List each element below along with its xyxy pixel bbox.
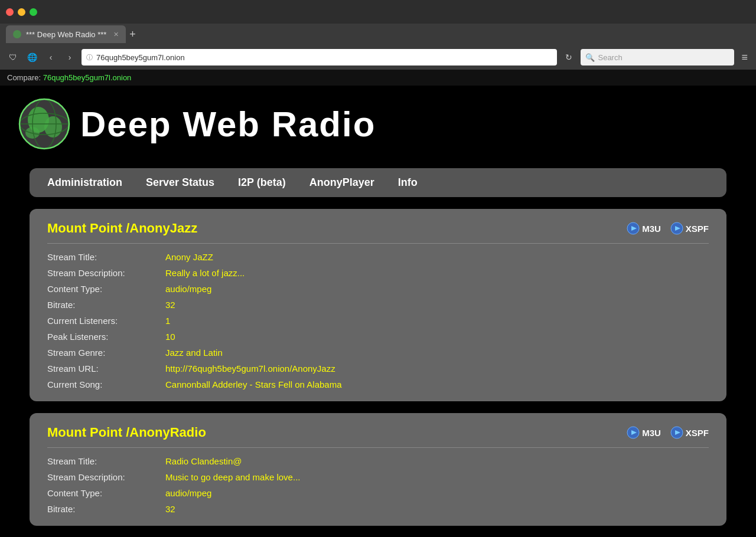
label-bitrate: Bitrate: (47, 300, 165, 310)
label-current-listeners: Current Listeners: (47, 316, 165, 326)
navigation-bar: Administration Server Status I2P (beta) … (30, 168, 726, 197)
nav-item-anony-player[interactable]: AnonyPlayer (309, 176, 374, 189)
value-stream-url[interactable]: http://76qugh5bey5gum7l.onion/AnonyJazz (165, 364, 709, 374)
address-text: 76qugh5bey5gum7l.onion (96, 53, 185, 62)
tab-bar: *** Deep Web Radio *** ✕ + (0, 24, 756, 45)
value-radio-stream-description: Music to go deep and make love... (165, 472, 709, 482)
forward-button[interactable]: › (63, 50, 77, 64)
window-close-button[interactable] (6, 8, 14, 16)
search-bar[interactable]: 🔍 Search (581, 49, 734, 66)
value-radio-content-type: audio/mpeg (165, 488, 709, 498)
info-grid-anony-jazz: Stream Title: Anony JaZZ Stream Descript… (47, 252, 709, 389)
site-logo (18, 97, 71, 150)
mount-card-anony-jazz: Mount Point /AnonyJazz M3U XSPF (30, 209, 726, 401)
nav-item-info[interactable]: Info (398, 176, 418, 189)
mount-divider-anony-radio (47, 447, 709, 448)
site-header: Deep Web Radio (0, 91, 756, 162)
browser-toolbar: 🛡 🌐 ‹ › ⓘ 76qugh5bey5gum7l.onion ↻ 🔍 Sea… (0, 45, 756, 70)
xspf-label-anony-radio: XSPF (686, 428, 709, 438)
label-stream-description: Stream Description: (47, 268, 165, 278)
label-peak-listeners: Peak Listeners: (47, 332, 165, 342)
mount-actions-anony-radio: M3U XSPF (627, 426, 709, 439)
browser-tab-active[interactable]: *** Deep Web Radio *** ✕ (6, 25, 126, 43)
address-bar[interactable]: ⓘ 76qugh5bey5gum7l.onion (82, 49, 557, 66)
label-radio-stream-description: Stream Description: (47, 472, 165, 482)
shield-icon: 🛡 (6, 50, 20, 64)
reload-button[interactable]: ↻ (562, 50, 576, 64)
m3u-button-anony-jazz[interactable]: M3U (627, 222, 661, 235)
globe-icon (18, 97, 71, 150)
label-content-type: Content Type: (47, 284, 165, 294)
search-icon: 🔍 (585, 53, 595, 62)
mount-header-anony-jazz: Mount Point /AnonyJazz M3U XSPF (47, 221, 709, 236)
info-grid-anony-radio: Stream Title: Radio Clandestin@ Stream D… (47, 456, 709, 514)
compare-url-prefix: 76qugh5bey5gum7l. (43, 73, 113, 82)
label-stream-genre: Stream Genre: (47, 348, 165, 358)
value-bitrate: 32 (165, 300, 709, 310)
value-stream-title: Anony JaZZ (165, 252, 709, 262)
m3u-play-icon (627, 222, 640, 235)
xspf-button-anony-jazz[interactable]: XSPF (670, 222, 709, 235)
window-controls (6, 8, 37, 16)
label-radio-stream-title: Stream Title: (47, 456, 165, 466)
value-current-song: Cannonball Adderley - Stars Fell on Alab… (165, 379, 709, 389)
value-stream-description: Really a lot of jazz... (165, 268, 709, 278)
xspf-play-icon-radio (670, 426, 683, 439)
browser-menu-button[interactable]: ≡ (739, 51, 750, 64)
window-maximize-button[interactable] (30, 8, 37, 16)
lock-icon: ⓘ (86, 53, 93, 62)
mount-title-anony-radio: Mount Point /AnonyRadio (47, 425, 206, 440)
tab-title: *** Deep Web Radio *** (26, 30, 106, 39)
nav-item-server-status[interactable]: Server Status (146, 176, 214, 189)
m3u-label-anony-jazz: M3U (642, 224, 661, 234)
value-peak-listeners: 10 (165, 332, 709, 342)
nav-item-administration[interactable]: Administration (47, 176, 122, 189)
mount-divider-anony-jazz (47, 243, 709, 244)
xspf-play-icon (670, 222, 683, 235)
value-radio-stream-title: Radio Clandestin@ (165, 456, 709, 466)
tab-close-icon[interactable]: ✕ (113, 31, 119, 38)
mount-title-anony-jazz: Mount Point /AnonyJazz (47, 221, 197, 236)
value-current-listeners: 1 (165, 316, 709, 326)
addon-icon: 🌐 (25, 50, 39, 64)
new-tab-button[interactable]: + (129, 28, 136, 41)
m3u-label-anony-radio: M3U (642, 428, 661, 438)
m3u-button-anony-radio[interactable]: M3U (627, 426, 661, 439)
label-radio-bitrate: Bitrate: (47, 504, 165, 514)
site-title: Deep Web Radio (80, 104, 376, 145)
mount-actions-anony-jazz: M3U XSPF (627, 222, 709, 235)
xspf-label-anony-jazz: XSPF (686, 224, 709, 234)
compare-bar: Compare: 76qugh5bey5gum7l.onion (0, 70, 756, 86)
xspf-button-anony-radio[interactable]: XSPF (670, 426, 709, 439)
label-radio-content-type: Content Type: (47, 488, 165, 498)
nav-item-i2p-beta[interactable]: I2P (beta) (238, 176, 286, 189)
page-content: Deep Web Radio Administration Server Sta… (0, 86, 756, 537)
browser-chrome: *** Deep Web Radio *** ✕ + 🛡 🌐 ‹ › ⓘ 76q… (0, 0, 756, 86)
label-current-song: Current Song: (47, 379, 165, 389)
search-placeholder: Search (598, 53, 622, 62)
label-stream-title: Stream Title: (47, 252, 165, 262)
browser-titlebar (0, 0, 756, 24)
value-stream-genre: Jazz and Latin (165, 348, 709, 358)
window-minimize-button[interactable] (18, 8, 25, 16)
compare-label: Compare: (7, 73, 41, 82)
back-button[interactable]: ‹ (44, 50, 58, 64)
m3u-play-icon-radio (627, 426, 640, 439)
compare-url-suffix: onion (113, 73, 132, 82)
label-stream-url: Stream URL: (47, 364, 165, 374)
mount-card-anony-radio: Mount Point /AnonyRadio M3U XSPF (30, 413, 726, 526)
value-radio-bitrate: 32 (165, 504, 709, 514)
stream-url-link[interactable]: http://76qugh5bey5gum7l.onion/AnonyJazz (165, 364, 335, 374)
mount-header-anony-radio: Mount Point /AnonyRadio M3U XSPF (47, 425, 709, 440)
value-content-type: audio/mpeg (165, 284, 709, 294)
tab-favicon (13, 30, 21, 38)
